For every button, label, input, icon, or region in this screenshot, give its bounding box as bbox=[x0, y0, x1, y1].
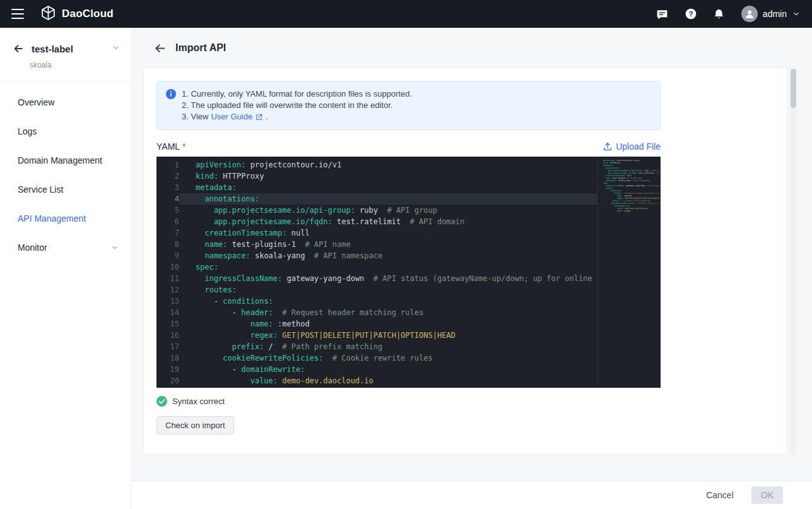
alert-line-3: 3. View User Guide . bbox=[182, 111, 412, 123]
code-text: name: test-plugins-1 # API name bbox=[179, 239, 661, 250]
code-text: - conditions: bbox=[179, 296, 661, 307]
success-check-icon bbox=[156, 396, 167, 407]
line-number: 1 bbox=[156, 159, 179, 171]
ok-button[interactable]: OK bbox=[751, 486, 783, 504]
alert-line-2: 2. The uploaded file will overwrite the … bbox=[182, 100, 412, 111]
sidebar: test-label skoala OverviewLogsDomain Man… bbox=[0, 28, 131, 509]
sidebar-item-logs[interactable]: Logs bbox=[0, 117, 131, 146]
sidebar-item-api-management[interactable]: API Management bbox=[0, 204, 131, 233]
import-card: 1. Currently, only YAML format for descr… bbox=[144, 68, 787, 453]
top-bar: DaoCloud ? admin bbox=[0, 0, 812, 28]
brand-logo[interactable]: DaoCloud bbox=[40, 5, 114, 23]
line-number: 17 bbox=[156, 341, 179, 352]
line-number: 21 bbox=[156, 386, 179, 388]
code-line: 14 - header: # Request header matching r… bbox=[156, 307, 661, 318]
editor-minimap[interactable]: apiVersion: projectcontour.io/v1kind: HT… bbox=[597, 157, 661, 388]
app-window: DaoCloud ? admin bbox=[0, 0, 812, 509]
info-icon bbox=[166, 89, 176, 123]
code-text: app.projectsesame.io/api-group: ruby # A… bbox=[179, 205, 661, 216]
user-menu[interactable]: admin bbox=[741, 6, 801, 22]
line-number: 8 bbox=[156, 239, 179, 250]
upload-icon bbox=[603, 141, 613, 152]
line-number: 15 bbox=[156, 318, 179, 330]
minimap-line: name: cookie bbox=[603, 210, 659, 212]
line-number: 20 bbox=[156, 375, 179, 386]
line-number: 5 bbox=[156, 205, 179, 216]
code-text: name: cookie bbox=[179, 386, 661, 388]
code-line: 6 app.projectsesame.io/fqdn: test.rateli… bbox=[156, 216, 661, 227]
project-name: test-label bbox=[32, 44, 73, 54]
line-number: 11 bbox=[156, 273, 179, 284]
sidebar-back-button[interactable] bbox=[11, 42, 25, 56]
line-number: 16 bbox=[156, 330, 179, 341]
code-text: - domainRewrite: bbox=[179, 364, 661, 375]
cancel-button[interactable]: Cancel bbox=[706, 490, 734, 500]
chevron-down-icon bbox=[110, 243, 119, 252]
code-line: 3metadata: bbox=[156, 182, 661, 193]
alert-text: 1. Currently, only YAML format for descr… bbox=[182, 88, 412, 123]
line-number: 18 bbox=[156, 352, 179, 364]
sidebar-item-label: Service List bbox=[18, 184, 63, 195]
line-number: 10 bbox=[156, 261, 179, 273]
code-line: 5 app.projectsesame.io/api-group: ruby #… bbox=[156, 205, 661, 216]
user-guide-link[interactable]: User Guide bbox=[211, 111, 252, 123]
project-selector[interactable] bbox=[111, 43, 121, 55]
alert-line-1: 1. Currently, only YAML format for descr… bbox=[182, 88, 412, 100]
sidebar-item-monitor[interactable]: Monitor bbox=[0, 233, 131, 262]
yaml-editor[interactable]: 1apiVersion: projectcontour.io/v12kind: … bbox=[156, 157, 661, 388]
code-text: regex: GET|POST|DELETE|PUT|PATCH|OPTIONS… bbox=[179, 330, 661, 341]
code-text: cookieRewritePolicies: # Cookie rewrite … bbox=[179, 352, 661, 364]
notification-bell-icon[interactable] bbox=[713, 8, 726, 20]
hamburger-menu-icon[interactable] bbox=[11, 9, 24, 19]
sidebar-item-service-list[interactable]: Service List bbox=[0, 175, 131, 204]
line-number: 3 bbox=[156, 182, 179, 193]
sidebar-item-label: API Management bbox=[18, 213, 86, 224]
code-text: creationTimestamp: null bbox=[179, 227, 661, 239]
line-number: 9 bbox=[156, 250, 179, 261]
page-back-button[interactable] bbox=[153, 41, 167, 55]
daocloud-cube-icon bbox=[40, 5, 56, 23]
line-number: 6 bbox=[156, 216, 179, 227]
code-text: apiVersion: projectcontour.io/v1 bbox=[179, 159, 661, 171]
message-icon[interactable] bbox=[656, 8, 669, 20]
code-text: value: demo-dev.daocloud.io bbox=[179, 375, 661, 386]
sidebar-item-domain-management[interactable]: Domain Management bbox=[0, 146, 131, 175]
info-alert: 1. Currently, only YAML format for descr… bbox=[156, 81, 661, 130]
line-number: 13 bbox=[156, 296, 179, 307]
sidebar-item-label: Overview bbox=[18, 97, 54, 107]
sidebar-item-overview[interactable]: Overview bbox=[0, 88, 131, 117]
code-text: - header: # Request header matching rule… bbox=[179, 307, 661, 318]
sidebar-item-label: Domain Management bbox=[18, 155, 102, 165]
code-line: 13 - conditions: bbox=[156, 296, 661, 307]
user-name: admin bbox=[763, 9, 787, 19]
line-number: 19 bbox=[156, 364, 179, 375]
line-number: 14 bbox=[156, 307, 179, 318]
code-line: 21 name: cookie bbox=[156, 386, 661, 388]
chevron-down-icon bbox=[792, 9, 801, 18]
avatar bbox=[741, 6, 758, 22]
code-line: 20 value: demo-dev.daocloud.io bbox=[156, 375, 661, 386]
code-line: 1apiVersion: projectcontour.io/v1 bbox=[156, 159, 661, 171]
page-header: Import API bbox=[131, 28, 812, 68]
line-number: 7 bbox=[156, 227, 179, 239]
page-title: Import API bbox=[175, 42, 226, 54]
code-line: 2kind: HTTPProxy bbox=[156, 171, 661, 182]
scrollbar-thumb[interactable] bbox=[791, 69, 796, 108]
help-icon[interactable]: ? bbox=[685, 8, 697, 20]
line-number: 2 bbox=[156, 171, 179, 182]
check-on-import-button[interactable]: Check on import bbox=[156, 416, 234, 434]
content-area: 1. Currently, only YAML format for descr… bbox=[131, 68, 812, 481]
code-text: kind: HTTPProxy bbox=[179, 171, 661, 182]
sidebar-nav: OverviewLogsDomain ManagementService Lis… bbox=[0, 81, 131, 262]
syntax-status: Syntax correct bbox=[156, 396, 661, 407]
code-text: prefix: / # Path prefix matching bbox=[179, 341, 661, 352]
yaml-field-label: YAML bbox=[156, 141, 180, 152]
code-line: 4 annotations: bbox=[156, 193, 661, 205]
code-line: 12 routes: bbox=[156, 284, 661, 296]
code-line: 7 creationTimestamp: null bbox=[156, 227, 661, 239]
vertical-scrollbar[interactable] bbox=[791, 68, 796, 455]
upload-file-button[interactable]: Upload File bbox=[603, 141, 661, 152]
sidebar-item-label: Monitor bbox=[18, 243, 47, 253]
code-line: 10spec: bbox=[156, 261, 661, 273]
external-link-icon[interactable] bbox=[255, 113, 263, 121]
